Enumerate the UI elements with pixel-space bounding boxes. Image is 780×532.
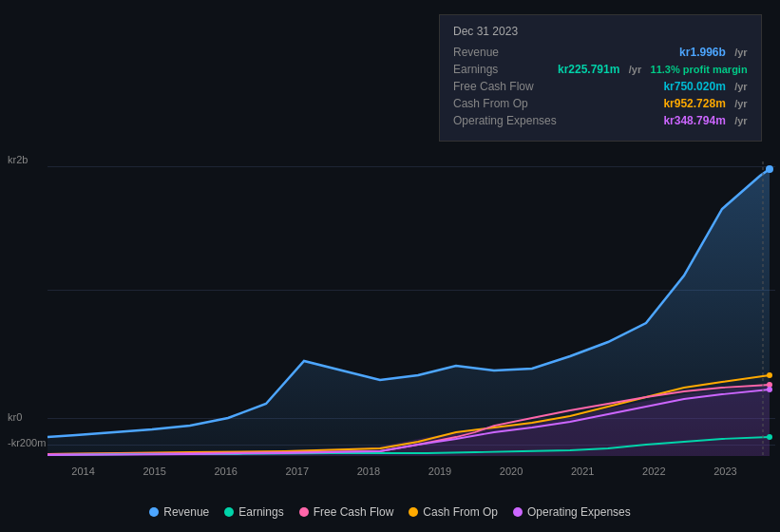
- legend-item-earnings[interactable]: Earnings: [224, 505, 283, 519]
- x-label-2014: 2014: [71, 466, 94, 477]
- tooltip-row-fcf: Free Cash Flow kr750.020m /yr: [453, 80, 748, 93]
- cashop-dot: [767, 372, 772, 378]
- earnings-dot: [767, 434, 772, 440]
- legend-item-fcf[interactable]: Free Cash Flow: [299, 505, 394, 519]
- revenue-dot: [766, 165, 773, 173]
- legend-dot-revenue: [149, 507, 159, 517]
- legend-item-revenue[interactable]: Revenue: [149, 505, 209, 519]
- x-label-2023: 2023: [713, 466, 736, 477]
- legend-dot-fcf: [299, 507, 309, 517]
- x-label-2020: 2020: [500, 466, 523, 477]
- tooltip-label-opex: Operating Expenses: [453, 114, 558, 127]
- legend-dot-cashop: [409, 507, 418, 517]
- legend-item-opex[interactable]: Operating Expenses: [513, 505, 631, 519]
- legend-label-cashop: Cash From Op: [423, 505, 498, 519]
- x-label-2017: 2017: [286, 466, 309, 477]
- tooltip-value-cashop: kr952.728m /yr: [663, 97, 747, 110]
- tooltip-value-revenue: kr1.996b /yr: [679, 46, 748, 59]
- tooltip-row-earnings: Earnings kr225.791m /yr 11.3% profit mar…: [453, 63, 748, 76]
- tooltip-label-revenue: Revenue: [453, 46, 558, 59]
- opex-dot: [767, 387, 772, 392]
- tooltip-row-revenue: Revenue kr1.996b /yr: [453, 46, 748, 59]
- tooltip-value-opex: kr348.794m /yr: [663, 114, 747, 127]
- legend-label-revenue: Revenue: [163, 505, 209, 519]
- tooltip-row-cashop: Cash From Op kr952.728m /yr: [453, 97, 748, 110]
- legend: Revenue Earnings Free Cash Flow Cash Fro…: [0, 505, 780, 519]
- x-label-2018: 2018: [357, 466, 380, 477]
- x-label-2016: 2016: [214, 466, 237, 477]
- tooltip-label-cashop: Cash From Op: [453, 97, 558, 110]
- tooltip-row-opex: Operating Expenses kr348.794m /yr: [453, 114, 748, 127]
- x-labels: 2014 2015 2016 2017 2018 2019 2020 2021 …: [0, 466, 780, 477]
- x-label-2019: 2019: [428, 466, 451, 477]
- tooltip-value-fcf: kr750.020m /yr: [663, 80, 747, 93]
- x-label-2021: 2021: [571, 466, 594, 477]
- legend-label-fcf: Free Cash Flow: [314, 505, 394, 519]
- chart-container: Dec 31 2023 Revenue kr1.996b /yr Earning…: [0, 0, 780, 532]
- tooltip-title: Dec 31 2023: [453, 25, 748, 38]
- tooltip-label-earnings: Earnings: [453, 63, 558, 76]
- legend-label-earnings: Earnings: [238, 505, 283, 519]
- legend-dot-opex: [513, 507, 523, 517]
- x-label-2015: 2015: [143, 466, 165, 477]
- legend-dot-earnings: [224, 507, 234, 517]
- tooltip-label-fcf: Free Cash Flow: [453, 80, 558, 93]
- x-label-2022: 2022: [642, 466, 665, 477]
- tooltip-box: Dec 31 2023 Revenue kr1.996b /yr Earning…: [439, 14, 762, 142]
- legend-label-opex: Operating Expenses: [527, 505, 631, 519]
- legend-item-cashop[interactable]: Cash From Op: [409, 505, 498, 519]
- tooltip-value-earnings: kr225.791m /yr 11.3% profit margin: [558, 63, 748, 76]
